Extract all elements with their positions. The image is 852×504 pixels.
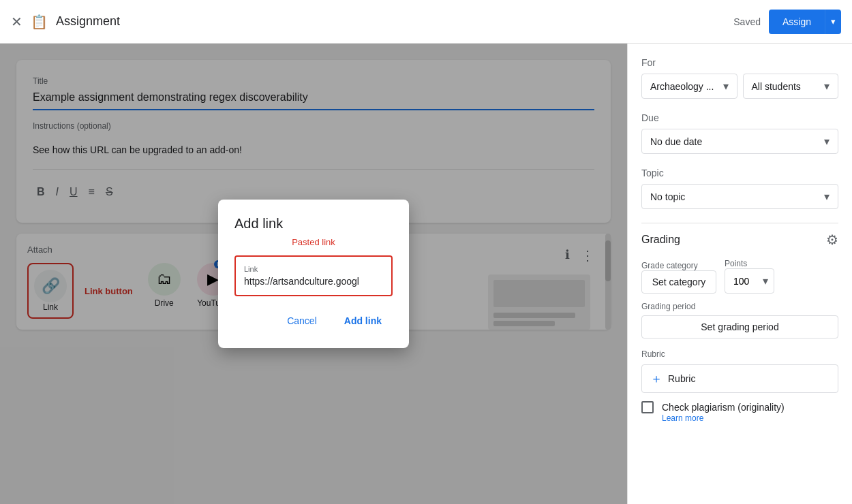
grade-category-button[interactable]: Set category — [641, 270, 716, 294]
modal-actions: Cancel Add link — [234, 310, 393, 332]
points-value: 100 — [725, 270, 757, 292]
topbar-left: ✕ 📋 Assignment — [11, 14, 733, 30]
topbar: ✕ 📋 Assignment Saved Assign ▾ — [0, 0, 852, 44]
topic-value: No topic — [650, 191, 685, 202]
chevron-down-icon: ▾ — [831, 16, 836, 27]
class-value: Archaeology ... — [650, 81, 714, 92]
points-col: Points 100 ▾ — [725, 259, 774, 294]
for-row: Archaeology ... ▾ All students ▾ — [641, 74, 838, 99]
grading-header: Grading ⚙ — [641, 232, 838, 248]
students-dropdown[interactable]: All students ▾ — [743, 74, 839, 99]
rubric-add-label: Rubric — [668, 373, 695, 384]
topic-label: Topic — [641, 168, 838, 178]
learn-more-link[interactable]: Learn more — [662, 413, 785, 423]
link-field-wrap: Link https://artsandculture.googl — [234, 255, 393, 296]
due-chevron-icon: ▾ — [824, 135, 830, 148]
grading-period-label: Grading period — [641, 302, 838, 311]
saved-status: Saved — [733, 16, 761, 27]
assign-dropdown-button[interactable]: ▾ — [825, 10, 841, 34]
grading-period-button[interactable]: Set grading period — [641, 315, 838, 338]
modal-title: Add link — [234, 216, 393, 232]
grading-title: Grading — [641, 234, 680, 246]
gear-icon[interactable]: ⚙ — [826, 232, 838, 248]
link-field-value[interactable]: https://artsandculture.googl — [244, 276, 383, 287]
class-dropdown[interactable]: Archaeology ... ▾ — [641, 74, 737, 99]
points-row: 100 ▾ — [725, 268, 774, 294]
plagiarism-label: Check plagiarism (originality) — [662, 402, 785, 413]
topbar-right: Saved Assign ▾ — [733, 10, 841, 34]
plagiarism-row: Check plagiarism (originality) Learn mor… — [641, 401, 838, 423]
topic-dropdown[interactable]: No topic ▾ — [641, 184, 838, 209]
main-layout: Title Instructions (optional) B I U ≡ S … — [0, 44, 852, 504]
sidebar-due-section: Due No due date ▾ — [641, 112, 838, 154]
modal-backdrop: Add link Pasted link Link https://artsan… — [0, 44, 627, 504]
plagiarism-checkbox[interactable] — [641, 401, 654, 413]
plus-icon: ＋ — [650, 371, 663, 387]
pasted-link-label: Pasted link — [234, 237, 393, 247]
plagiarism-text-wrap: Check plagiarism (originality) Learn mor… — [662, 401, 785, 423]
assign-btn-group: Assign ▾ — [769, 10, 841, 34]
assign-button[interactable]: Assign — [769, 10, 825, 34]
grade-category-col: Grade category Set category — [641, 261, 716, 294]
rubric-add-button[interactable]: ＋ Rubric — [641, 364, 838, 393]
for-label: For — [641, 57, 838, 68]
students-chevron-icon: ▾ — [824, 80, 830, 93]
cancel-button[interactable]: Cancel — [276, 310, 328, 332]
students-value: All students — [752, 81, 801, 92]
class-chevron-icon: ▾ — [723, 80, 729, 93]
sidebar-topic-section: Topic No topic ▾ — [641, 168, 838, 209]
sidebar-for-section: For Archaeology ... ▾ All students ▾ — [641, 57, 838, 99]
link-field-label: Link — [244, 265, 383, 273]
rubric-label: Rubric — [641, 349, 838, 359]
add-link-modal: Add link Pasted link Link https://artsan… — [218, 200, 409, 348]
grade-category-label: Grade category — [641, 261, 716, 270]
due-label: Due — [641, 112, 838, 123]
doc-icon: 📋 — [31, 14, 48, 30]
points-dropdown-icon[interactable]: ▾ — [757, 269, 774, 293]
grade-category-row: Grade category Set category Points 100 ▾ — [641, 259, 838, 294]
close-icon[interactable]: ✕ — [11, 14, 22, 30]
points-label: Points — [725, 259, 774, 268]
due-value: No due date — [650, 136, 702, 147]
content-area: Title Instructions (optional) B I U ≡ S … — [0, 44, 627, 504]
sidebar: For Archaeology ... ▾ All students ▾ Due… — [627, 44, 852, 504]
add-link-button[interactable]: Add link — [333, 310, 393, 332]
topic-chevron-icon: ▾ — [824, 190, 830, 203]
page-title: Assignment — [56, 14, 120, 29]
sidebar-grading-section: Grading ⚙ Grade category Set category Po… — [641, 232, 838, 423]
due-dropdown[interactable]: No due date ▾ — [641, 129, 838, 154]
